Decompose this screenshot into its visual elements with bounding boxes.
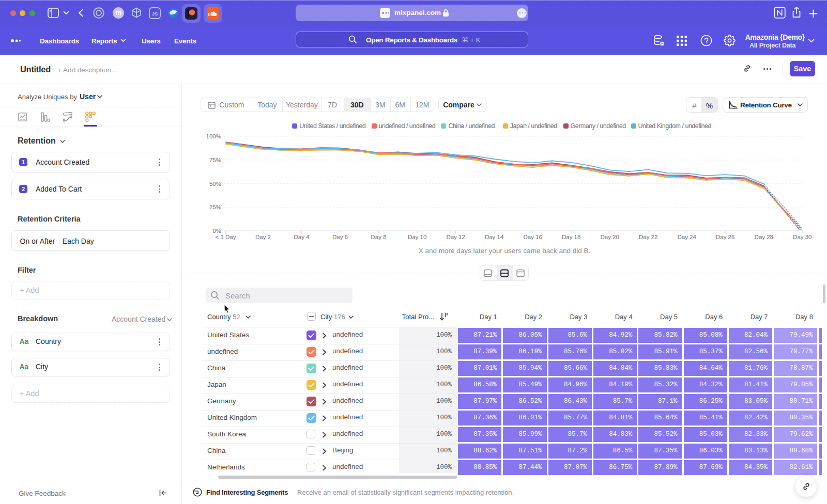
svg-text:Day 4: Day 4	[294, 234, 310, 240]
svg-text:25%: 25%	[209, 204, 221, 210]
svg-text:0%: 0%	[212, 228, 221, 234]
svg-text:Day 28: Day 28	[755, 234, 773, 240]
svg-text:100%: 100%	[206, 133, 221, 139]
svg-text:Day 6: Day 6	[332, 234, 348, 240]
svg-text:Day 24: Day 24	[677, 234, 696, 240]
svg-text:Day 18: Day 18	[562, 234, 580, 240]
svg-text:< 1 Day: < 1 Day	[216, 234, 236, 240]
svg-text:Day 30: Day 30	[793, 234, 811, 240]
svg-text:Day 20: Day 20	[600, 234, 619, 240]
svg-text:50%: 50%	[209, 181, 221, 187]
svg-text:Day 26: Day 26	[716, 234, 734, 240]
svg-text:Day 10: Day 10	[408, 234, 426, 240]
svg-text:Day 2: Day 2	[255, 234, 271, 240]
svg-text:Day 16: Day 16	[523, 234, 542, 240]
svg-text:Day 8: Day 8	[371, 234, 387, 240]
svg-text:75%: 75%	[209, 157, 221, 163]
svg-text:Day 14: Day 14	[485, 234, 504, 240]
svg-text:Day 12: Day 12	[446, 234, 465, 240]
svg-text:Day 22: Day 22	[639, 234, 657, 240]
